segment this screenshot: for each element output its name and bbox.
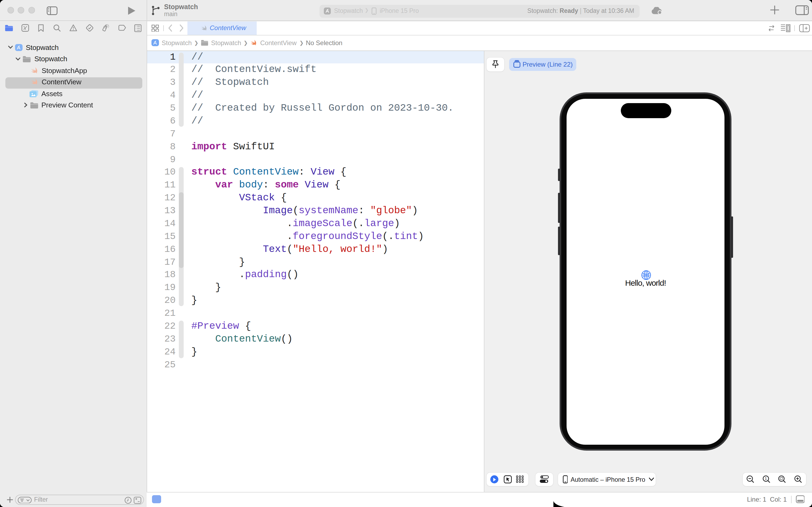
svg-text:1: 1 bbox=[764, 476, 767, 481]
